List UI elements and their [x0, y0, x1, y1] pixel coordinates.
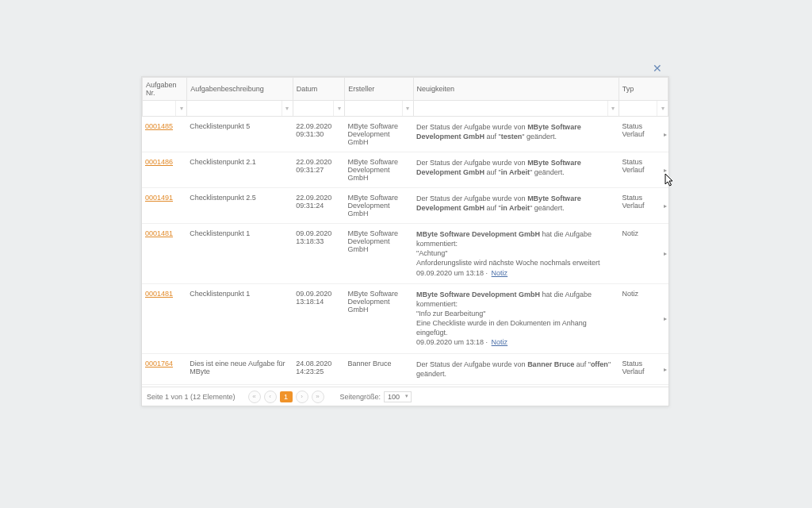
task-nr-link[interactable]: 0001481 [145, 229, 173, 237]
pager-first[interactable]: « [248, 391, 261, 403]
expand-icon[interactable]: ▸ [662, 365, 668, 372]
notiz-link[interactable]: Notiz [492, 269, 508, 277]
filter-datum[interactable] [293, 101, 333, 116]
expand-icon[interactable]: ▸ [662, 202, 668, 210]
col-datum[interactable]: Datum [293, 78, 344, 101]
task-datum: 05.08.2020 15:04:36 [293, 384, 344, 387]
filter-icon[interactable]: ▾ [657, 101, 668, 116]
expand-icon[interactable]: ▸ [662, 315, 668, 322]
filter-ersteller[interactable] [345, 101, 401, 116]
task-nr-link[interactable]: 0001481 [145, 290, 173, 298]
table-row: 0001762Kontrakt mit zweitem Lieferanten … [142, 384, 668, 387]
task-desc: Kontrakt mit zweitem Lieferanten verhand… [186, 384, 293, 387]
filter-icon[interactable]: ▾ [282, 101, 293, 116]
pager-current[interactable]: 1 [280, 391, 293, 402]
task-typ: Notiz▸ [619, 384, 668, 387]
table-row: 0001491Checklistenpunkt 2.522.09.2020 09… [142, 188, 668, 224]
filter-icon[interactable]: ▾ [175, 101, 186, 116]
pager-prev[interactable]: ‹ [264, 391, 277, 403]
expand-icon[interactable]: ▸ [662, 167, 668, 174]
task-datum: 24.08.2020 14:23:25 [293, 353, 344, 384]
pager-info: Seite 1 von 1 (12 Elemente) [147, 393, 236, 401]
task-nr-link[interactable]: 0001486 [145, 158, 173, 166]
table-body-scroll[interactable]: 0001485Checklistenpunkt 522.09.2020 09:3… [142, 117, 668, 387]
task-typ: Status Verlauf▸ [619, 152, 668, 188]
task-datum: 09.09.2020 13:18:14 [293, 283, 344, 353]
pager: Seite 1 von 1 (12 Elemente) « ‹ 1 › » Se… [142, 387, 668, 406]
filter-row: ▾ ▾ ▾ ▾ ▾ ▾ [143, 101, 668, 117]
task-datum: 22.09.2020 09:31:27 [293, 152, 344, 188]
filter-icon[interactable]: ▾ [402, 101, 413, 116]
task-desc: Dies ist eine neue Aufgabe für MByte [186, 353, 293, 384]
task-typ: Status Verlauf▸ [619, 353, 668, 384]
filter-neu[interactable] [414, 101, 607, 116]
notiz-link[interactable]: Notiz [492, 338, 508, 346]
task-news: Der Status der Aufgabe wurde von MByte S… [413, 117, 619, 152]
task-ersteller: MByte Software Development GmbH [345, 384, 414, 387]
task-typ: Notiz▸ [619, 283, 668, 353]
col-nr[interactable]: Aufgaben Nr. [143, 78, 187, 101]
task-desc: Checklistenpunkt 1 [186, 283, 293, 353]
pager-sizelabel: Seitengröße: [340, 393, 381, 401]
task-desc: Checklistenpunkt 2.5 [186, 188, 293, 224]
task-ersteller: MByte Software Development GmbH [345, 224, 414, 284]
table-row: 0001481Checklistenpunkt 109.09.2020 13:1… [142, 283, 668, 353]
task-news: MByte Software Development GmbH hat die … [413, 224, 619, 284]
col-desc[interactable]: Aufgabenbeschreibung [187, 78, 293, 101]
task-news-dialog: ✕ Aufgaben Nr. Aufgabenbeschreibung Datu… [141, 76, 669, 406]
task-datum: 22.09.2020 09:31:30 [293, 117, 344, 152]
filter-nr[interactable] [143, 101, 175, 116]
pager-last[interactable]: » [312, 391, 324, 403]
task-news: Der Status der Aufgabe wurde von MByte S… [413, 152, 619, 188]
col-typ[interactable]: Typ [619, 78, 668, 101]
task-news: Der Status der Aufgabe wurde von Banner … [413, 353, 619, 384]
expand-icon[interactable]: ▸ [662, 131, 668, 138]
col-ersteller[interactable]: Ersteller [345, 78, 413, 101]
table-row: 0001485Checklistenpunkt 522.09.2020 09:3… [142, 117, 668, 152]
header-row: Aufgaben Nr. Aufgabenbeschreibung Datum … [143, 78, 668, 101]
task-typ: Notiz▸ [619, 224, 668, 284]
task-ersteller: MByte Software Development GmbH [345, 152, 414, 188]
task-news: Der Status der Aufgabe wurde von MByte S… [413, 188, 619, 224]
table-row: 0001764Dies ist eine neue Aufgabe für MB… [142, 353, 668, 384]
task-news: MByte Software Development GmbH hat die … [413, 283, 619, 353]
expand-icon[interactable]: ▸ [662, 250, 668, 257]
task-desc: Checklistenpunkt 2.1 [186, 152, 293, 188]
task-desc: Checklistenpunkt 5 [186, 117, 293, 152]
task-nr-link[interactable]: 0001485 [145, 122, 173, 130]
task-nr-link[interactable]: 0001491 [145, 194, 173, 202]
task-nr-link[interactable]: 0001764 [145, 360, 173, 368]
task-ersteller: Banner Bruce [345, 353, 414, 384]
task-ersteller: MByte Software Development GmbH [345, 283, 414, 353]
task-desc: Checklistenpunkt 1 [186, 224, 293, 284]
filter-typ[interactable] [619, 101, 657, 116]
task-ersteller: MByte Software Development GmbH [345, 188, 414, 224]
close-icon[interactable]: ✕ [653, 63, 662, 74]
filter-icon[interactable]: ▾ [333, 101, 344, 116]
filter-desc[interactable] [187, 101, 282, 116]
table-row: 0001481Checklistenpunkt 109.09.2020 13:1… [142, 224, 668, 284]
task-table-header: Aufgaben Nr. Aufgabenbeschreibung Datum … [142, 77, 668, 117]
col-neu[interactable]: Neuigkeiten [413, 78, 619, 101]
task-typ: Status Verlauf▸ [619, 188, 668, 224]
filter-icon[interactable]: ▾ [607, 101, 619, 116]
pager-next[interactable]: › [296, 391, 308, 403]
task-datum: 22.09.2020 09:31:24 [293, 188, 344, 224]
pager-size-select[interactable]: 100 [384, 391, 412, 402]
table-row: 0001486Checklistenpunkt 2.122.09.2020 09… [142, 152, 668, 188]
task-ersteller: MByte Software Development GmbH [345, 117, 414, 152]
task-datum: 09.09.2020 13:18:33 [293, 224, 344, 284]
task-news: MByte Software Development GmbH hat die … [413, 384, 619, 387]
task-typ: Status Verlauf▸ [619, 117, 668, 152]
